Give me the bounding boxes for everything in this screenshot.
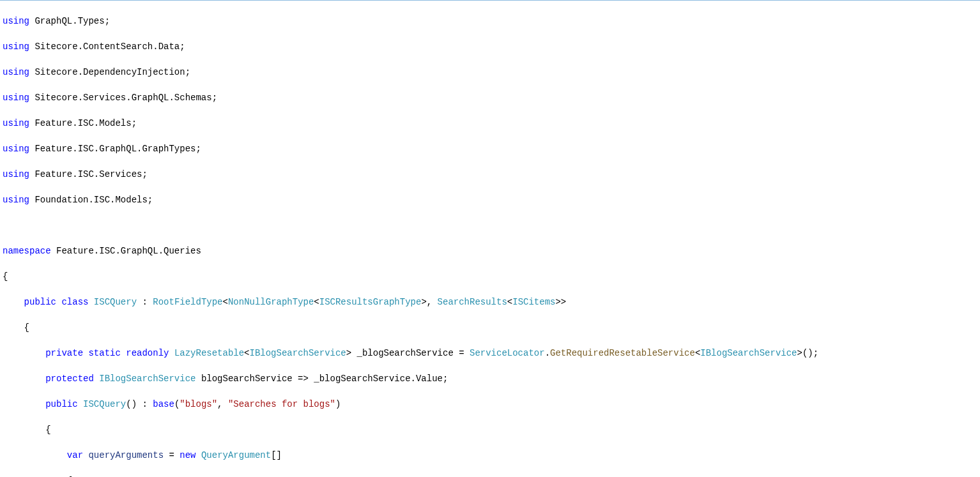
code-line [3, 219, 977, 232]
code-line: { [3, 423, 977, 436]
code-line: using Feature.ISC.Services; [3, 168, 977, 181]
code-line: private static readonly LazyResetable<IB… [3, 347, 977, 360]
code-line: using Feature.ISC.GraphQL.GraphTypes; [3, 142, 977, 155]
code-line: { [3, 270, 977, 283]
code-line: using Sitecore.DependencyInjection; [3, 66, 977, 79]
code-line: public class ISCQuery : RootFieldType<No… [3, 296, 977, 308]
code-line: public ISCQuery() : base("blogs", "Searc… [3, 398, 977, 411]
code-line: var queryArguments = new QueryArgument[] [3, 449, 977, 462]
code-editor[interactable]: using GraphQL.Types; using Sitecore.Cont… [0, 1, 980, 477]
code-line: using Sitecore.Services.GraphQL.Schemas; [3, 91, 977, 104]
code-line: using Foundation.ISC.Models; [3, 193, 977, 206]
keyword-using: using [3, 16, 29, 26]
code-line: using Sitecore.ContentSearch.Data; [3, 40, 977, 53]
code-line: namespace Feature.ISC.GraphQL.Queries [3, 245, 977, 257]
code-line: { [3, 474, 977, 477]
code-line: { [3, 321, 977, 334]
code-line: using GraphQL.Types; [3, 15, 977, 27]
code-line: using Feature.ISC.Models; [3, 117, 977, 130]
code-line: protected IBlogSearchService blogSearchS… [3, 372, 977, 385]
